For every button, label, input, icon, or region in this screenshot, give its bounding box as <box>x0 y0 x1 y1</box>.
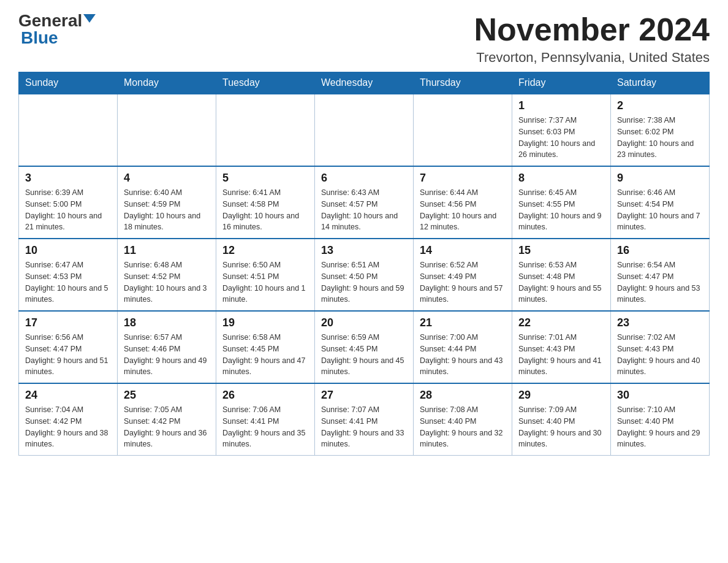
weekday-header-sunday: Sunday <box>19 72 118 94</box>
calendar-cell: 17Sunrise: 6:56 AMSunset: 4:47 PMDayligh… <box>19 311 118 383</box>
day-info: Sunrise: 6:50 AMSunset: 4:51 PMDaylight:… <box>222 259 308 305</box>
day-info: Sunrise: 6:43 AMSunset: 4:57 PMDaylight:… <box>321 187 407 233</box>
day-number: 14 <box>420 244 506 257</box>
calendar-cell: 25Sunrise: 7:05 AMSunset: 4:42 PMDayligh… <box>118 383 216 456</box>
location-subtitle: Trevorton, Pennsylvania, United States <box>474 50 710 66</box>
day-info: Sunrise: 6:53 AMSunset: 4:48 PMDaylight:… <box>518 259 604 305</box>
weekday-header-wednesday: Wednesday <box>315 72 414 94</box>
day-info: Sunrise: 6:39 AMSunset: 5:00 PMDaylight:… <box>25 187 111 233</box>
calendar-cell: 29Sunrise: 7:09 AMSunset: 4:40 PMDayligh… <box>512 383 611 456</box>
day-info: Sunrise: 6:56 AMSunset: 4:47 PMDaylight:… <box>25 332 111 378</box>
day-info: Sunrise: 7:37 AMSunset: 6:03 PMDaylight:… <box>518 115 604 161</box>
logo: General Blue <box>18 12 96 47</box>
calendar-cell: 20Sunrise: 6:59 AMSunset: 4:45 PMDayligh… <box>315 311 414 383</box>
day-number: 29 <box>518 389 604 402</box>
calendar-cell: 9Sunrise: 6:46 AMSunset: 4:54 PMDaylight… <box>611 166 710 239</box>
day-number: 3 <box>25 172 111 185</box>
calendar-cell <box>414 94 512 166</box>
day-number: 30 <box>617 389 703 402</box>
calendar-cell <box>19 94 118 166</box>
day-number: 4 <box>124 172 210 185</box>
calendar-cell: 15Sunrise: 6:53 AMSunset: 4:48 PMDayligh… <box>512 239 611 311</box>
day-number: 18 <box>124 316 210 329</box>
page-header: General Blue November 2024 Trevorton, Pe… <box>18 12 710 66</box>
day-number: 21 <box>420 316 506 329</box>
day-number: 13 <box>321 244 407 257</box>
calendar-cell <box>315 94 414 166</box>
calendar-cell: 6Sunrise: 6:43 AMSunset: 4:57 PMDaylight… <box>315 166 414 239</box>
day-number: 11 <box>124 244 210 257</box>
calendar-cell: 30Sunrise: 7:10 AMSunset: 4:40 PMDayligh… <box>611 383 710 456</box>
calendar-cell: 5Sunrise: 6:41 AMSunset: 4:58 PMDaylight… <box>216 166 315 239</box>
calendar-cell: 14Sunrise: 6:52 AMSunset: 4:49 PMDayligh… <box>414 239 512 311</box>
day-number: 10 <box>25 244 111 257</box>
day-number: 24 <box>25 389 111 402</box>
day-number: 19 <box>222 316 308 329</box>
calendar-cell: 27Sunrise: 7:07 AMSunset: 4:41 PMDayligh… <box>315 383 414 456</box>
day-number: 1 <box>518 99 604 112</box>
day-info: Sunrise: 7:08 AMSunset: 4:40 PMDaylight:… <box>420 404 506 450</box>
day-info: Sunrise: 6:41 AMSunset: 4:58 PMDaylight:… <box>222 187 308 233</box>
day-number: 16 <box>617 244 703 257</box>
day-info: Sunrise: 6:40 AMSunset: 4:59 PMDaylight:… <box>124 187 210 233</box>
calendar-cell <box>216 94 315 166</box>
day-info: Sunrise: 6:44 AMSunset: 4:56 PMDaylight:… <box>420 187 506 233</box>
calendar-cell: 8Sunrise: 6:45 AMSunset: 4:55 PMDaylight… <box>512 166 611 239</box>
calendar-table: SundayMondayTuesdayWednesdayThursdayFrid… <box>18 72 710 456</box>
day-number: 26 <box>222 389 308 402</box>
day-number: 23 <box>617 316 703 329</box>
day-info: Sunrise: 7:01 AMSunset: 4:43 PMDaylight:… <box>518 332 604 378</box>
day-number: 9 <box>617 172 703 185</box>
day-info: Sunrise: 6:57 AMSunset: 4:46 PMDaylight:… <box>124 332 210 378</box>
calendar-cell: 13Sunrise: 6:51 AMSunset: 4:50 PMDayligh… <box>315 239 414 311</box>
weekday-header-friday: Friday <box>512 72 611 94</box>
day-number: 6 <box>321 172 407 185</box>
day-info: Sunrise: 7:06 AMSunset: 4:41 PMDaylight:… <box>222 404 308 450</box>
day-number: 8 <box>518 172 604 185</box>
day-info: Sunrise: 6:54 AMSunset: 4:47 PMDaylight:… <box>617 259 703 305</box>
calendar-cell: 16Sunrise: 6:54 AMSunset: 4:47 PMDayligh… <box>611 239 710 311</box>
calendar-cell: 21Sunrise: 7:00 AMSunset: 4:44 PMDayligh… <box>414 311 512 383</box>
calendar-week-row: 17Sunrise: 6:56 AMSunset: 4:47 PMDayligh… <box>19 311 710 383</box>
calendar-header-row: SundayMondayTuesdayWednesdayThursdayFrid… <box>19 72 710 94</box>
calendar-cell: 2Sunrise: 7:38 AMSunset: 6:02 PMDaylight… <box>611 94 710 166</box>
logo-general: General <box>18 12 82 29</box>
day-info: Sunrise: 7:07 AMSunset: 4:41 PMDaylight:… <box>321 404 407 450</box>
calendar-cell: 1Sunrise: 7:37 AMSunset: 6:03 PMDaylight… <box>512 94 611 166</box>
day-number: 5 <box>222 172 308 185</box>
day-info: Sunrise: 7:02 AMSunset: 4:43 PMDaylight:… <box>617 332 703 378</box>
calendar-cell: 10Sunrise: 6:47 AMSunset: 4:53 PMDayligh… <box>19 239 118 311</box>
day-info: Sunrise: 6:59 AMSunset: 4:45 PMDaylight:… <box>321 332 407 378</box>
weekday-header-thursday: Thursday <box>414 72 512 94</box>
calendar-cell: 4Sunrise: 6:40 AMSunset: 4:59 PMDaylight… <box>118 166 216 239</box>
day-number: 27 <box>321 389 407 402</box>
day-info: Sunrise: 7:04 AMSunset: 4:42 PMDaylight:… <box>25 404 111 450</box>
day-info: Sunrise: 6:45 AMSunset: 4:55 PMDaylight:… <box>518 187 604 233</box>
calendar-cell: 11Sunrise: 6:48 AMSunset: 4:52 PMDayligh… <box>118 239 216 311</box>
calendar-cell: 23Sunrise: 7:02 AMSunset: 4:43 PMDayligh… <box>611 311 710 383</box>
day-number: 15 <box>518 244 604 257</box>
calendar-cell: 3Sunrise: 6:39 AMSunset: 5:00 PMDaylight… <box>19 166 118 239</box>
day-number: 2 <box>617 99 703 112</box>
calendar-week-row: 1Sunrise: 7:37 AMSunset: 6:03 PMDaylight… <box>19 94 710 166</box>
day-number: 12 <box>222 244 308 257</box>
day-number: 7 <box>420 172 506 185</box>
day-info: Sunrise: 6:51 AMSunset: 4:50 PMDaylight:… <box>321 259 407 305</box>
day-info: Sunrise: 6:48 AMSunset: 4:52 PMDaylight:… <box>124 259 210 305</box>
calendar-cell: 24Sunrise: 7:04 AMSunset: 4:42 PMDayligh… <box>19 383 118 456</box>
day-info: Sunrise: 7:05 AMSunset: 4:42 PMDaylight:… <box>124 404 210 450</box>
calendar-cell: 18Sunrise: 6:57 AMSunset: 4:46 PMDayligh… <box>118 311 216 383</box>
calendar-cell: 28Sunrise: 7:08 AMSunset: 4:40 PMDayligh… <box>414 383 512 456</box>
weekday-header-tuesday: Tuesday <box>216 72 315 94</box>
calendar-week-row: 24Sunrise: 7:04 AMSunset: 4:42 PMDayligh… <box>19 383 710 456</box>
day-number: 20 <box>321 316 407 329</box>
calendar-cell: 26Sunrise: 7:06 AMSunset: 4:41 PMDayligh… <box>216 383 315 456</box>
logo-triangle-icon <box>83 14 96 23</box>
day-info: Sunrise: 7:09 AMSunset: 4:40 PMDaylight:… <box>518 404 604 450</box>
weekday-header-saturday: Saturday <box>611 72 710 94</box>
day-info: Sunrise: 7:10 AMSunset: 4:40 PMDaylight:… <box>617 404 703 450</box>
day-info: Sunrise: 6:46 AMSunset: 4:54 PMDaylight:… <box>617 187 703 233</box>
logo-blue: Blue <box>21 29 58 47</box>
day-info: Sunrise: 6:58 AMSunset: 4:45 PMDaylight:… <box>222 332 308 378</box>
day-info: Sunrise: 6:47 AMSunset: 4:53 PMDaylight:… <box>25 259 111 305</box>
